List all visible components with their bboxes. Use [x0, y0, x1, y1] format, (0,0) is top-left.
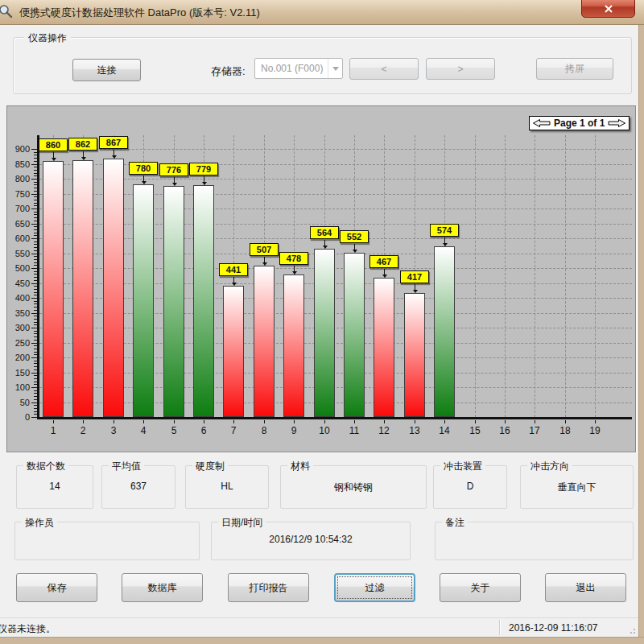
- bar-label-arrowhead: [52, 158, 56, 161]
- y-major-tick: [31, 283, 37, 284]
- bar: [43, 161, 64, 417]
- bar: [374, 278, 394, 417]
- bar-label-arrowhead: [232, 283, 237, 286]
- bar-value-label: 441: [219, 263, 248, 276]
- y-minor-tick: [34, 262, 37, 263]
- y-minor-tick: [34, 184, 37, 185]
- page-indicator: Page 1 of 1: [529, 116, 630, 130]
- bar-value-label: 478: [279, 252, 308, 265]
- bar: [434, 246, 455, 417]
- y-minor-tick: [34, 301, 37, 302]
- info-hardness-scale: 硬度制 HL: [185, 465, 269, 509]
- info-value: 14: [17, 481, 93, 492]
- y-minor-tick: [34, 200, 37, 200]
- storage-label: 存储器:: [211, 64, 246, 79]
- bar-label-arrowhead: [323, 246, 328, 249]
- bar-value-label: 417: [400, 270, 429, 283]
- y-minor-tick: [34, 167, 37, 167]
- info-label: 硬度制: [192, 460, 228, 473]
- bar-label-arrow: [264, 257, 265, 262]
- x-tick-label: 4: [133, 425, 154, 436]
- y-tick-label: 200: [7, 353, 30, 362]
- bar-value-label: 776: [159, 163, 188, 176]
- y-major-tick: [31, 179, 37, 180]
- storage-select-arrow[interactable]: [328, 59, 342, 78]
- y-minor-tick: [34, 390, 37, 391]
- y-minor-tick: [34, 366, 37, 367]
- window-border-bottom: [0, 637, 644, 644]
- bar: [72, 160, 93, 417]
- y-minor-tick: [34, 244, 37, 245]
- y-major-tick: [31, 417, 37, 418]
- grid-line-horizontal: [39, 208, 632, 209]
- y-major-tick: [31, 194, 37, 195]
- grid-line-horizontal: [39, 224, 632, 225]
- y-minor-tick: [34, 349, 37, 349]
- y-minor-tick: [34, 247, 37, 248]
- y-minor-tick: [34, 286, 37, 287]
- x-tick: [83, 420, 84, 423]
- info-value: D: [434, 481, 506, 492]
- bar-label-arrowhead: [382, 275, 387, 278]
- bar-value-label: 574: [430, 224, 459, 237]
- y-minor-tick: [34, 173, 37, 174]
- x-tick-label: 10: [314, 425, 335, 436]
- bar-label-arrow: [143, 175, 144, 181]
- x-tick-label: 12: [374, 425, 394, 436]
- storage-select[interactable]: No.001 (F000): [254, 58, 343, 79]
- x-tick-label: 15: [464, 425, 485, 436]
- bar-label-arrowhead: [202, 182, 207, 185]
- bar-label-arrow: [294, 266, 295, 271]
- bar: [344, 253, 365, 417]
- y-minor-tick: [34, 277, 37, 278]
- grid-line-horizontal: [39, 387, 632, 388]
- copy-screen-button[interactable]: 拷屏: [536, 58, 613, 80]
- about-button[interactable]: 关于: [440, 573, 521, 602]
- filter-button[interactable]: 过滤: [334, 573, 415, 602]
- y-minor-tick: [34, 316, 37, 316]
- x-tick: [204, 420, 204, 423]
- y-major-tick: [31, 328, 37, 328]
- y-minor-tick: [34, 191, 37, 192]
- y-tick-label: 900: [7, 144, 30, 154]
- x-tick-label: 1: [43, 425, 64, 436]
- database-button[interactable]: 数据库: [122, 573, 203, 602]
- save-button[interactable]: 保存: [16, 573, 97, 602]
- info-label: 备注: [442, 516, 468, 530]
- info-value: 637: [102, 481, 175, 492]
- y-minor-tick: [34, 205, 37, 206]
- info-label: 冲击方向: [527, 460, 572, 473]
- info-label: 数据个数: [23, 460, 68, 473]
- close-button[interactable]: [581, 0, 635, 18]
- info-remarks: 备注: [435, 522, 634, 560]
- exit-button[interactable]: 退出: [545, 573, 626, 602]
- bar-label-arrowhead: [292, 271, 297, 275]
- y-tick-label: 600: [7, 233, 30, 243]
- y-tick-label: 400: [7, 293, 30, 303]
- connect-button[interactable]: 连接: [72, 59, 141, 81]
- y-tick-label: 700: [7, 204, 30, 213]
- y-minor-tick: [34, 292, 37, 293]
- print-report-button[interactable]: 打印报告: [228, 573, 309, 602]
- window-border-right: [638, 25, 644, 644]
- x-tick-label: 6: [193, 425, 214, 436]
- y-minor-tick: [34, 196, 37, 197]
- page-prev-icon[interactable]: [532, 118, 551, 128]
- y-minor-tick: [34, 336, 37, 337]
- grid-line-vertical: [535, 135, 535, 417]
- resize-grip[interactable]: [626, 625, 636, 634]
- y-major-tick: [31, 313, 37, 314]
- grid-line-horizontal: [39, 298, 632, 299]
- page-next-icon[interactable]: [607, 118, 626, 128]
- x-tick: [384, 420, 385, 423]
- x-tick-label: 17: [524, 425, 545, 436]
- bar-label-arrowhead: [142, 181, 147, 184]
- chevron-down-icon: [332, 67, 339, 71]
- y-minor-tick: [34, 405, 37, 406]
- next-page-button[interactable]: >: [426, 58, 495, 80]
- x-tick: [114, 420, 114, 423]
- info-impact-device: 冲击装置 D: [433, 465, 507, 509]
- bar-value-label: 467: [369, 255, 398, 268]
- prev-page-button[interactable]: <: [349, 58, 419, 80]
- bar-label-arrow: [204, 176, 204, 182]
